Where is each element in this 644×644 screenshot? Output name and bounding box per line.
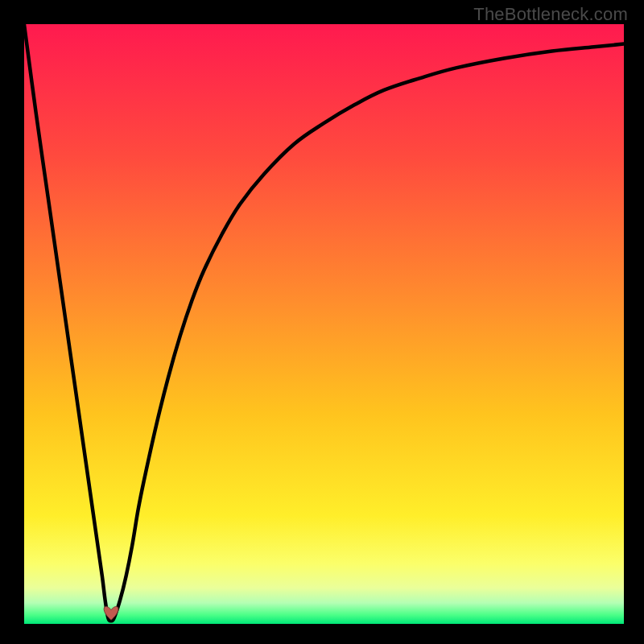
chart-frame: TheBottleneck.com <box>0 0 644 644</box>
watermark-text: TheBottleneck.com <box>473 4 628 25</box>
plot-area <box>24 24 624 624</box>
gradient-background <box>24 24 624 624</box>
svg-rect-0 <box>24 24 624 624</box>
